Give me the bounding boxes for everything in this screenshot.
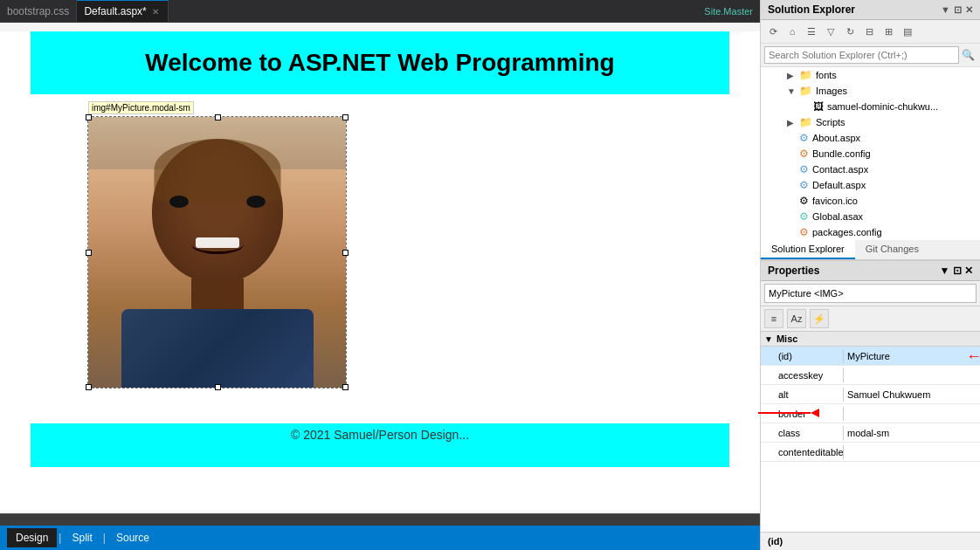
prop-value-id[interactable]: MyPicture [844,349,980,363]
solution-explorer-tree: ▶ 📁 fonts ▼ 📁 Images 🖼 samuel-dominic-ch… [761,67,980,240]
expand-icon[interactable]: ▼ [787,86,797,96]
alphabetical-btn[interactable]: Az [787,309,806,328]
folder-icon: 📁 [799,69,812,81]
list-item[interactable]: ▶ 📁 fonts [761,67,980,83]
resize-handle-tr[interactable] [342,114,349,120]
props-toolbar: ≡ Az ⚡ [761,306,980,332]
prop-value-border[interactable] [844,412,980,416]
prop-value-accesskey[interactable] [844,374,980,377]
dock-icon[interactable]: ⊡ [953,265,962,277]
photo-placeholder [88,117,346,388]
list-item[interactable]: ⚙ Contact.aspx [761,162,980,177]
tab-label: bootstrap.css [7,5,69,17]
asax-icon: ⚙ [799,210,809,223]
misc-section-header[interactable]: ▼ Misc [761,332,980,347]
show-all-btn[interactable]: ☰ [803,23,820,40]
props-object-selector: MyPicture <IMG> [761,281,980,306]
categorized-btn[interactable]: ≡ [764,309,783,328]
prop-value-alt[interactable]: Samuel Chukwuem [844,388,980,402]
tree-item-label: Contact.aspx [812,164,868,175]
section-label: Misc [776,333,797,344]
image-container[interactable]: img#MyPicture.modal-sm [87,116,347,388]
image-tooltip: img#MyPicture.modal-sm [88,101,194,114]
config-icon: ⚙ [799,226,809,238]
site-master-link[interactable]: Site.Master [697,0,760,22]
props-bottom-label: (id) [761,532,980,550]
refresh-btn[interactable]: ↻ [841,23,859,40]
page-preview: Welcome to ASP.NET Web Programming img#M… [0,31,760,513]
list-item[interactable]: ⚙ Bundle.config [761,146,980,162]
props-row-contenteditable[interactable]: contenteditable [761,443,980,462]
object-dropdown[interactable]: MyPicture <IMG> [764,284,977,303]
prop-value-contenteditable[interactable] [844,450,980,454]
close-icon[interactable]: ✕ [965,4,973,16]
prop-name-contenteditable: contenteditable [761,445,844,459]
props-row-border[interactable]: border [761,404,980,423]
tree-item-label: Scripts [816,117,845,127]
tree-item-label: packages.config [812,227,882,237]
split-tab[interactable]: Split [63,528,100,547]
page-title: Welcome to ASP.NET Web Programming [48,49,712,77]
sync-btn[interactable]: ⟳ [764,23,782,40]
list-item[interactable]: ▶ 📁 Scripts [761,114,980,130]
list-item[interactable]: ▼ 📁 Images [761,83,980,99]
resize-handle-bm[interactable] [215,384,221,390]
editor-panel: bootstrap.css Default.aspx* ✕ Site.Maste… [0,0,760,550]
props-row-accesskey[interactable]: accesskey [761,366,980,385]
list-item[interactable]: ⚙ packages.config [761,224,980,240]
aspx-icon: ⚙ [799,179,809,191]
solution-explorer-search[interactable] [764,46,959,64]
footer-banner: © 2021 Samuel/Person Design... [31,423,729,467]
design-tab[interactable]: Design [7,528,57,547]
resize-handle-tl[interactable] [86,114,92,120]
git-changes-tab[interactable]: Git Changes [855,240,929,259]
resize-handle-ml[interactable] [86,250,92,256]
horizontal-scrollbar[interactable] [0,513,760,526]
tree-item-label: Default.aspx [812,180,866,190]
close-icon[interactable]: ✕ [964,265,973,277]
config-icon: ⚙ [799,148,809,160]
search-icon[interactable]: 🔍 [959,46,977,64]
solution-explorer-tab[interactable]: Solution Explorer [761,240,855,259]
resize-handle-bl[interactable] [86,384,92,390]
collapse-btn[interactable]: ⊟ [860,23,878,40]
props-pin-icons: ▼ ⊡ ✕ [939,265,973,277]
preview-btn[interactable]: ▤ [899,23,916,40]
tab-bootstrap-css[interactable]: bootstrap.css [0,0,77,22]
filter-btn[interactable]: ▽ [822,23,839,40]
resize-handle-br[interactable] [342,384,349,390]
expand-icon[interactable]: ▶ [787,118,797,127]
se-tab-bar: Solution Explorer Git Changes [761,240,980,260]
list-item[interactable]: ⚙ Global.asax [761,209,980,224]
tab-bar: bootstrap.css Default.aspx* ✕ Site.Maste… [0,0,760,23]
list-item[interactable]: ⚙ About.aspx [761,130,980,146]
tab-default-aspx[interactable]: Default.aspx* ✕ [77,0,168,22]
pin-icon[interactable]: ▼ [939,265,949,277]
props-row-alt[interactable]: alt Samuel Chukwuem [761,385,980,404]
props-btn[interactable]: ⊞ [880,23,897,40]
accesskey-row-wrapper: accesskey [761,366,980,385]
solution-explorer: Solution Explorer ▼ ⊡ ✕ ⟳ ⌂ ☰ ▽ ↻ ⊟ ⊞ ▤ … [761,0,980,261]
events-btn[interactable]: ⚡ [810,309,829,328]
dock-icon[interactable]: ⊡ [954,4,962,16]
pin-icon[interactable]: ▼ [941,4,950,16]
home-btn[interactable]: ⌂ [783,23,801,40]
right-panel: Solution Explorer ▼ ⊡ ✕ ⟳ ⌂ ☰ ▽ ↻ ⊟ ⊞ ▤ … [760,0,980,550]
source-tab[interactable]: Source [107,528,158,547]
list-item[interactable]: ⚙ favicon.ico [761,193,980,209]
list-item[interactable]: 🖼 samuel-dominic-chukwu... [761,99,980,114]
expand-icon[interactable]: ▶ [787,71,797,80]
close-tab-icon[interactable]: ✕ [150,6,161,17]
resize-handle-tm[interactable] [215,114,221,120]
props-table: ▼ Misc (id) MyPicture ← accesskey [761,332,980,532]
solution-explorer-title: Solution Explorer [768,3,855,16]
tree-item-label: Bundle.config [812,148,871,159]
id-row-wrapper: (id) MyPicture ← [761,347,980,366]
right-arrow-icon: ← [966,347,980,366]
list-item[interactable]: ⚙ Default.aspx [761,177,980,193]
resize-handle-mr[interactable] [342,250,349,256]
props-row-class[interactable]: class modal-sm [761,423,980,443]
tree-item-label: samuel-dominic-chukwu... [827,101,938,112]
props-row-id[interactable]: (id) MyPicture [761,347,980,366]
prop-value-class[interactable]: modal-sm [844,426,980,440]
